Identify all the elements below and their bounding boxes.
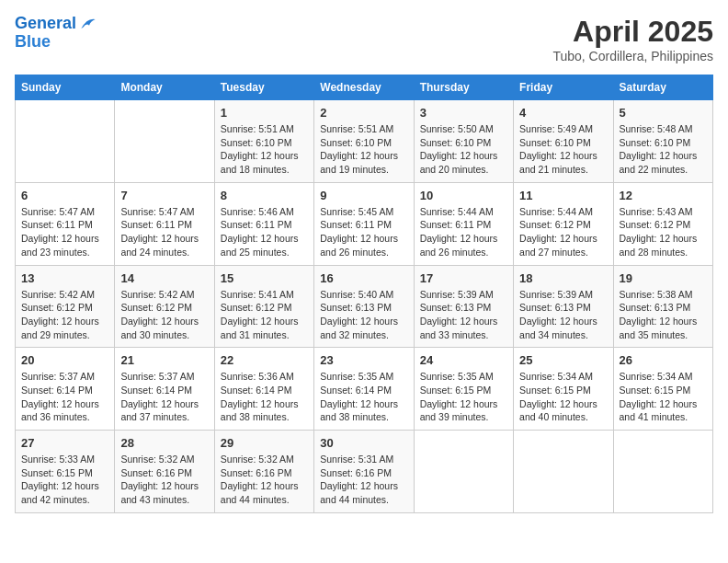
calendar-title: April 2025 — [552, 15, 713, 49]
calendar-cell: 9Sunrise: 5:45 AM Sunset: 6:11 PM Daylig… — [314, 182, 414, 265]
day-number: 17 — [420, 271, 507, 285]
calendar-week-row: 1Sunrise: 5:51 AM Sunset: 6:10 PM Daylig… — [16, 100, 713, 183]
calendar-cell: 17Sunrise: 5:39 AM Sunset: 6:13 PM Dayli… — [414, 265, 513, 348]
day-info: Sunrise: 5:32 AM Sunset: 6:16 PM Dayligh… — [120, 453, 208, 507]
day-of-week-header: Monday — [115, 75, 214, 100]
day-info: Sunrise: 5:38 AM Sunset: 6:13 PM Dayligh… — [620, 288, 707, 342]
day-number: 28 — [120, 436, 208, 450]
calendar-cell: 8Sunrise: 5:46 AM Sunset: 6:11 PM Daylig… — [214, 182, 313, 265]
day-number: 8 — [221, 189, 308, 202]
day-info: Sunrise: 5:51 AM Sunset: 6:10 PM Dayligh… — [320, 122, 407, 177]
logo-bird-icon — [78, 15, 97, 33]
day-info: Sunrise: 5:48 AM Sunset: 6:10 PM Dayligh… — [620, 122, 707, 177]
calendar-week-row: 6Sunrise: 5:47 AM Sunset: 6:11 PM Daylig… — [16, 182, 713, 265]
day-info: Sunrise: 5:39 AM Sunset: 6:13 PM Dayligh… — [420, 288, 507, 342]
day-info: Sunrise: 5:32 AM Sunset: 6:16 PM Dayligh… — [221, 453, 308, 507]
calendar-cell — [613, 431, 712, 513]
day-of-week-header: Tuesday — [214, 75, 313, 100]
day-info: Sunrise: 5:50 AM Sunset: 6:10 PM Dayligh… — [420, 122, 507, 177]
day-info: Sunrise: 5:37 AM Sunset: 6:14 PM Dayligh… — [120, 370, 208, 424]
title-block: April 2025 Tubo, Cordillera, Philippines — [552, 15, 713, 63]
day-of-week-header: Saturday — [613, 75, 712, 100]
calendar-cell: 20Sunrise: 5:37 AM Sunset: 6:14 PM Dayli… — [16, 348, 115, 431]
day-number: 21 — [120, 353, 208, 367]
calendar-cell: 1Sunrise: 5:51 AM Sunset: 6:10 PM Daylig… — [214, 100, 313, 183]
day-info: Sunrise: 5:35 AM Sunset: 6:15 PM Dayligh… — [420, 370, 507, 424]
day-number: 6 — [21, 189, 108, 202]
calendar-week-row: 27Sunrise: 5:33 AM Sunset: 6:15 PM Dayli… — [16, 431, 713, 513]
calendar-cell: 30Sunrise: 5:31 AM Sunset: 6:16 PM Dayli… — [314, 431, 414, 513]
day-of-week-header: Friday — [514, 75, 613, 100]
day-number: 22 — [221, 353, 308, 367]
day-number: 24 — [420, 353, 507, 367]
calendar-cell: 3Sunrise: 5:50 AM Sunset: 6:10 PM Daylig… — [414, 100, 513, 183]
day-info: Sunrise: 5:41 AM Sunset: 6:12 PM Dayligh… — [221, 288, 308, 342]
day-info: Sunrise: 5:33 AM Sunset: 6:15 PM Dayligh… — [21, 453, 108, 507]
calendar-cell: 5Sunrise: 5:48 AM Sunset: 6:10 PM Daylig… — [613, 100, 712, 183]
day-of-week-header: Thursday — [414, 75, 513, 100]
calendar-header-row: SundayMondayTuesdayWednesdayThursdayFrid… — [16, 75, 713, 100]
calendar-cell: 19Sunrise: 5:38 AM Sunset: 6:13 PM Dayli… — [613, 265, 712, 348]
day-number: 29 — [221, 436, 308, 450]
calendar-table: SundayMondayTuesdayWednesdayThursdayFrid… — [15, 75, 713, 513]
calendar-cell: 23Sunrise: 5:35 AM Sunset: 6:14 PM Dayli… — [314, 348, 414, 431]
day-number: 15 — [221, 271, 308, 285]
day-info: Sunrise: 5:46 AM Sunset: 6:11 PM Dayligh… — [221, 205, 308, 259]
logo: General Blue — [15, 15, 97, 52]
calendar-cell: 14Sunrise: 5:42 AM Sunset: 6:12 PM Dayli… — [115, 265, 214, 348]
calendar-cell: 26Sunrise: 5:34 AM Sunset: 6:15 PM Dayli… — [613, 348, 712, 431]
calendar-week-row: 20Sunrise: 5:37 AM Sunset: 6:14 PM Dayli… — [16, 348, 713, 431]
day-number: 25 — [519, 353, 607, 367]
logo-general: General — [15, 14, 76, 32]
day-info: Sunrise: 5:42 AM Sunset: 6:12 PM Dayligh… — [21, 288, 108, 342]
day-info: Sunrise: 5:43 AM Sunset: 6:12 PM Dayligh… — [620, 205, 707, 259]
day-number: 5 — [620, 106, 707, 120]
calendar-cell: 22Sunrise: 5:36 AM Sunset: 6:14 PM Dayli… — [214, 348, 313, 431]
day-number: 26 — [620, 353, 707, 367]
calendar-cell: 15Sunrise: 5:41 AM Sunset: 6:12 PM Dayli… — [214, 265, 313, 348]
calendar-cell: 10Sunrise: 5:44 AM Sunset: 6:11 PM Dayli… — [414, 182, 513, 265]
day-number: 2 — [320, 106, 407, 120]
calendar-cell — [414, 431, 513, 513]
day-number: 12 — [620, 189, 707, 202]
day-number: 13 — [21, 271, 108, 285]
day-info: Sunrise: 5:39 AM Sunset: 6:13 PM Dayligh… — [519, 288, 607, 342]
day-number: 18 — [519, 271, 607, 285]
calendar-week-row: 13Sunrise: 5:42 AM Sunset: 6:12 PM Dayli… — [16, 265, 713, 348]
day-info: Sunrise: 5:51 AM Sunset: 6:10 PM Dayligh… — [221, 122, 308, 177]
day-number: 4 — [519, 106, 607, 120]
day-of-week-header: Wednesday — [314, 75, 414, 100]
day-number: 9 — [320, 189, 407, 202]
day-info: Sunrise: 5:44 AM Sunset: 6:12 PM Dayligh… — [519, 205, 607, 259]
day-info: Sunrise: 5:47 AM Sunset: 6:11 PM Dayligh… — [21, 205, 108, 259]
day-number: 27 — [21, 436, 108, 450]
calendar-cell: 18Sunrise: 5:39 AM Sunset: 6:13 PM Dayli… — [514, 265, 613, 348]
calendar-cell: 29Sunrise: 5:32 AM Sunset: 6:16 PM Dayli… — [214, 431, 313, 513]
calendar-cell — [16, 100, 115, 183]
day-info: Sunrise: 5:36 AM Sunset: 6:14 PM Dayligh… — [221, 370, 308, 424]
calendar-cell: 27Sunrise: 5:33 AM Sunset: 6:15 PM Dayli… — [16, 431, 115, 513]
calendar-cell: 11Sunrise: 5:44 AM Sunset: 6:12 PM Dayli… — [514, 182, 613, 265]
logo-text: General — [15, 15, 76, 33]
calendar-cell: 24Sunrise: 5:35 AM Sunset: 6:15 PM Dayli… — [414, 348, 513, 431]
calendar-cell: 12Sunrise: 5:43 AM Sunset: 6:12 PM Dayli… — [613, 182, 712, 265]
day-of-week-header: Sunday — [16, 75, 115, 100]
day-info: Sunrise: 5:42 AM Sunset: 6:12 PM Dayligh… — [120, 288, 208, 342]
day-info: Sunrise: 5:31 AM Sunset: 6:16 PM Dayligh… — [320, 453, 407, 507]
day-info: Sunrise: 5:47 AM Sunset: 6:11 PM Dayligh… — [120, 205, 208, 259]
calendar-cell: 28Sunrise: 5:32 AM Sunset: 6:16 PM Dayli… — [115, 431, 214, 513]
day-number: 10 — [420, 189, 507, 202]
day-info: Sunrise: 5:35 AM Sunset: 6:14 PM Dayligh… — [320, 370, 407, 424]
calendar-cell: 16Sunrise: 5:40 AM Sunset: 6:13 PM Dayli… — [314, 265, 414, 348]
day-info: Sunrise: 5:44 AM Sunset: 6:11 PM Dayligh… — [420, 205, 507, 259]
calendar-cell — [115, 100, 214, 183]
day-number: 1 — [221, 106, 308, 120]
page-header: General Blue April 2025 Tubo, Cordillera… — [15, 15, 713, 63]
day-info: Sunrise: 5:40 AM Sunset: 6:13 PM Dayligh… — [320, 288, 407, 342]
calendar-cell: 25Sunrise: 5:34 AM Sunset: 6:15 PM Dayli… — [514, 348, 613, 431]
day-number: 14 — [120, 271, 208, 285]
calendar-cell: 21Sunrise: 5:37 AM Sunset: 6:14 PM Dayli… — [115, 348, 214, 431]
day-info: Sunrise: 5:34 AM Sunset: 6:15 PM Dayligh… — [519, 370, 607, 424]
calendar-subtitle: Tubo, Cordillera, Philippines — [552, 49, 713, 63]
day-info: Sunrise: 5:37 AM Sunset: 6:14 PM Dayligh… — [21, 370, 108, 424]
